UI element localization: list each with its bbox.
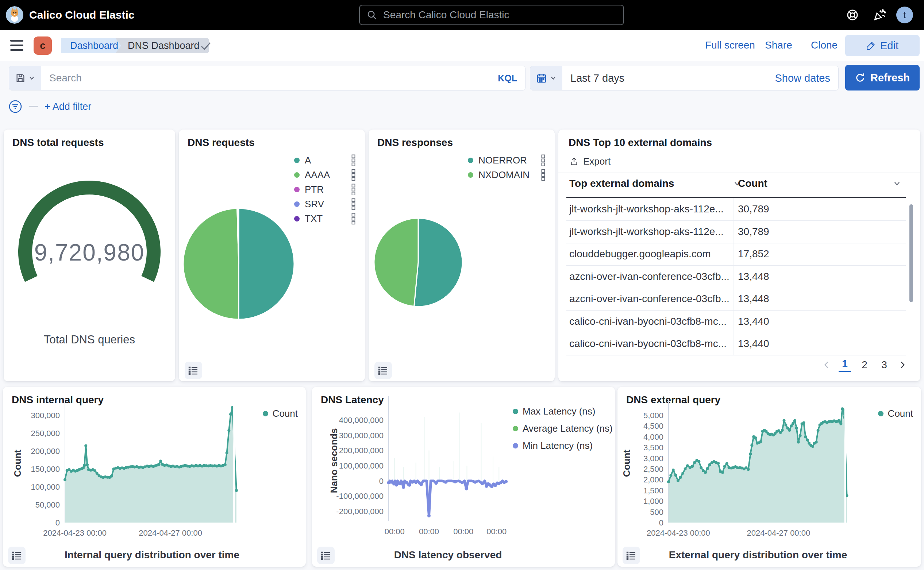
chevron-down-icon [893, 179, 901, 188]
legend-item-Count[interactable]: Count [263, 408, 298, 419]
app-title: Calico Cloud Elastic [29, 9, 134, 21]
legend-dot [468, 172, 473, 178]
panel-title: DNS requests [188, 137, 255, 149]
legend-label: Average Latency (ns) [523, 423, 613, 434]
cell-domain: azcni-over-ivan-conference-03cfb... [569, 293, 729, 305]
legend-actions-icon[interactable] [351, 169, 356, 181]
svg-text:2024-04-23 00:00: 2024-04-23 00:00 [43, 529, 107, 538]
next-page-chevron-icon[interactable] [898, 360, 907, 369]
legend-toggle-button[interactable] [622, 547, 640, 564]
navigation-bar: c Dashboard DNS Dashboard Full screen Sh… [0, 30, 924, 61]
y-axis-label: Count [621, 408, 633, 518]
svg-text:300,000: 300,000 [31, 411, 60, 420]
svg-text:300,000,000: 300,000,000 [339, 431, 383, 440]
table-row[interactable]: azcni-over-ivan-conference-03cfb... 13,4… [558, 288, 906, 310]
legend-item-Max Latency (ns)[interactable]: Max Latency (ns) [513, 406, 613, 417]
news-party-popper-icon[interactable] [871, 6, 888, 24]
dns-requests-pie-chart[interactable] [179, 205, 303, 322]
export-button[interactable]: Export [569, 156, 610, 167]
svg-text:100,000: 100,000 [31, 483, 60, 492]
pie-slice-TXT[interactable] [238, 208, 239, 264]
pie-slice-NXDOMAIN[interactable] [374, 218, 418, 306]
dns-external-query-chart[interactable]: 5,0004,5004,0003,5003,0002,5002,0001,500… [618, 387, 921, 567]
panel-dns-external-query: DNS external query5,0004,5004,0003,5003,… [618, 387, 921, 567]
pie-slice-A[interactable] [239, 208, 294, 319]
legend-item-Min Latency (ns)[interactable]: Min Latency (ns) [513, 440, 613, 451]
cell-domain: clouddebugger.googleapis.com [569, 248, 711, 260]
page-1[interactable]: 1 [838, 358, 851, 372]
legend-item-NOERROR[interactable]: NOERROR [468, 153, 545, 167]
legend-actions-icon[interactable] [541, 169, 545, 181]
legend-label: Max Latency (ns) [523, 406, 595, 417]
legend-actions-icon[interactable] [351, 184, 356, 195]
prev-page-chevron-icon[interactable] [823, 360, 831, 369]
refresh-button[interactable]: Refresh [845, 65, 919, 90]
panel-dns-top-domains: DNS Top 10 external domains Export Top e… [558, 130, 920, 382]
legend-actions-icon[interactable] [351, 154, 356, 166]
legend-item-AAAA[interactable]: AAAA [294, 167, 356, 182]
legend-actions-icon[interactable] [351, 198, 356, 210]
legend-item-Count[interactable]: Count [878, 408, 913, 419]
svg-text:50,000: 50,000 [35, 500, 60, 509]
space-badge[interactable]: c [34, 37, 52, 55]
legend-item-SRV[interactable]: SRV [294, 197, 356, 211]
legend-item-PTR[interactable]: PTR [294, 182, 356, 197]
kql-search-input[interactable]: Search KQL [41, 66, 525, 90]
legend-item-TXT[interactable]: TXT [294, 211, 356, 226]
pie-slice-NOERROR[interactable] [414, 218, 462, 306]
table-row[interactable]: jlt-worksh-jlt-workshop-aks-112e... 30,7… [558, 198, 906, 221]
legend-actions-icon[interactable] [351, 213, 356, 224]
legend-toggle-button[interactable] [8, 547, 26, 564]
legend-item-Average Latency (ns)[interactable]: Average Latency (ns) [513, 423, 613, 434]
column-header-domains[interactable]: Top external domains [569, 178, 741, 189]
svg-text:-100,000,000: -100,000,000 [336, 492, 383, 501]
dns-responses-pie-chart[interactable] [369, 215, 474, 310]
filter-funnel-icon[interactable] [8, 99, 23, 114]
share-link[interactable]: Share [765, 40, 792, 51]
menu-hamburger-icon[interactable] [10, 40, 23, 51]
help-lifebuoy-icon[interactable] [844, 6, 861, 24]
legend-toggle-button[interactable] [185, 362, 202, 379]
gauge-label: Total DNS queries [4, 333, 175, 346]
date-quick-menu-button[interactable] [530, 66, 562, 90]
calico-logo-icon[interactable] [6, 6, 23, 24]
kql-selector[interactable]: KQL [498, 73, 517, 84]
add-filter-button[interactable]: + Add filter [44, 101, 91, 112]
user-avatar[interactable]: t [896, 6, 913, 23]
column-header-count[interactable]: Count [738, 178, 901, 189]
svg-text:1,000: 1,000 [644, 496, 664, 506]
table-row[interactable]: jlt-worksh-jlt-workshop-aks-112e... 30,7… [558, 221, 906, 243]
time-range-value[interactable]: Last 7 days [570, 72, 775, 84]
table-row[interactable]: azcni-over-ivan-conference-03cfb... 13,4… [558, 266, 906, 288]
legend-toggle-button[interactable] [374, 362, 392, 379]
legend-toggle-button[interactable] [317, 547, 335, 564]
legend-item-A[interactable]: A [294, 153, 356, 167]
legend: A AAAA PTR SRV TXT [294, 153, 356, 226]
global-search-input[interactable]: Search Calico Cloud Elastic [359, 5, 624, 25]
saved-query-menu-button[interactable] [9, 66, 41, 90]
saved-check-icon[interactable] [200, 41, 211, 51]
export-label: Export [583, 156, 610, 167]
legend-actions-icon[interactable] [541, 154, 545, 166]
page-3[interactable]: 3 [878, 359, 890, 371]
table-scrollbar[interactable] [909, 204, 913, 302]
breadcrumb-dns-dashboard: DNS Dashboard [115, 38, 209, 53]
search-icon [366, 9, 377, 20]
table-row[interactable]: calico-cni-ivan-byocni-03cfb8-mc... 13,4… [558, 311, 906, 333]
legend-dot [513, 426, 518, 431]
panel-dns-total-requests: DNS total requests 9,720,980 Total DNS q… [4, 130, 175, 382]
cell-count: 13,440 [738, 338, 769, 349]
legend-item-NXDOMAIN[interactable]: NXDOMAIN [468, 167, 545, 182]
table-row[interactable]: clouddebugger.googleapis.com 17,852 [558, 243, 906, 265]
chart-legend: Count [263, 408, 298, 419]
pie-slice-AAAA[interactable] [183, 208, 239, 319]
page-2[interactable]: 2 [858, 359, 871, 371]
edit-button[interactable]: Edit [845, 35, 919, 56]
clone-link[interactable]: Clone [811, 40, 838, 51]
show-dates-link[interactable]: Show dates [775, 72, 830, 84]
table-row[interactable]: calico-cni-ivan-byocni-03cfb8-mc... 13,4… [558, 333, 906, 355]
full-screen-link[interactable]: Full screen [705, 40, 755, 51]
x-axis-title: DNS latency observed [353, 549, 543, 561]
dns-internal-query-chart[interactable]: 300,000250,000200,000150,000100,00050,00… [3, 387, 306, 567]
legend-dot [294, 187, 300, 192]
